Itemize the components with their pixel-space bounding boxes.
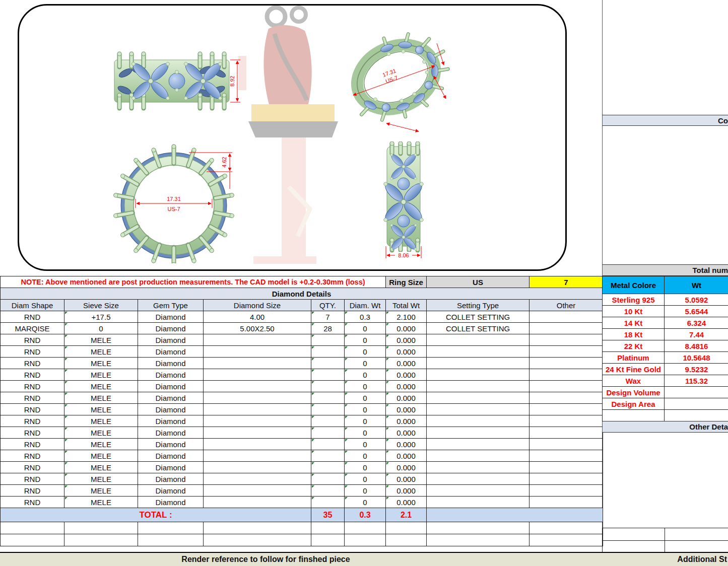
- empty-cell[interactable]: [1, 534, 64, 546]
- cell-sieve-size[interactable]: 0: [64, 323, 138, 334]
- cell-total-wt[interactable]: 0.000: [386, 381, 427, 392]
- cell-total-wt[interactable]: 0.000: [386, 473, 427, 485]
- cell-sieve-size[interactable]: MELE: [64, 415, 138, 427]
- cell-sieve-size[interactable]: MELE: [64, 358, 138, 369]
- cell-diam-wt[interactable]: 0: [345, 462, 386, 473]
- cell-sieve-size[interactable]: MELE: [64, 473, 138, 485]
- cell-other[interactable]: [530, 485, 603, 497]
- cell-qty-[interactable]: [311, 346, 345, 358]
- cell-other[interactable]: [530, 381, 603, 392]
- cell-other[interactable]: [530, 462, 603, 473]
- cell-sieve-size[interactable]: MELE: [64, 381, 138, 392]
- metal-wt-cell[interactable]: 7.44: [665, 329, 728, 340]
- cell-setting-type[interactable]: [427, 485, 530, 497]
- cell-diamond-size[interactable]: [204, 392, 311, 404]
- metal-name-cell[interactable]: Sterling 925: [603, 294, 665, 306]
- cell-qty-[interactable]: [311, 450, 345, 462]
- cell-qty-[interactable]: [311, 381, 345, 392]
- empty-cell[interactable]: [311, 534, 345, 546]
- cell-setting-type[interactable]: [427, 334, 530, 346]
- empty-cell[interactable]: [345, 534, 386, 546]
- metal-wt-cell[interactable]: 6.324: [665, 317, 728, 329]
- cell-diam-shape[interactable]: RND: [1, 392, 64, 404]
- cell-other[interactable]: [530, 323, 603, 334]
- cell-diamond-size[interactable]: [204, 485, 311, 497]
- cell-sieve-size[interactable]: MELE: [64, 497, 138, 508]
- cell-gem-type[interactable]: Diamond: [138, 381, 204, 392]
- cell-total-wt[interactable]: 0.000: [386, 427, 427, 439]
- cell-qty-[interactable]: [311, 485, 345, 497]
- metal-name-cell[interactable]: Design Area: [603, 398, 665, 410]
- metal-name-cell[interactable]: 14 Kt: [603, 317, 665, 329]
- cell-other[interactable]: [530, 334, 603, 346]
- cell-diam-shape[interactable]: RND: [1, 369, 64, 381]
- cell-diam-shape[interactable]: RND: [1, 415, 64, 427]
- cell-gem-type[interactable]: Diamond: [138, 311, 204, 323]
- metal-wt-cell[interactable]: 9.5232: [665, 364, 728, 375]
- cell-setting-type[interactable]: [427, 427, 530, 439]
- metal-name-cell[interactable]: [603, 410, 665, 421]
- metal-wt-cell[interactable]: 5.6544: [665, 306, 728, 317]
- cell-diam-shape[interactable]: RND: [1, 358, 64, 369]
- cell-diam-shape[interactable]: RND: [1, 334, 64, 346]
- empty-cell[interactable]: [386, 534, 427, 546]
- empty-cell[interactable]: [138, 534, 204, 546]
- cell-diam-wt[interactable]: 0: [345, 369, 386, 381]
- cell-setting-type[interactable]: [427, 415, 530, 427]
- cell-diamond-size[interactable]: [204, 334, 311, 346]
- empty-cell[interactable]: [311, 522, 345, 534]
- cell-other[interactable]: [530, 358, 603, 369]
- cell-diam-shape[interactable]: RND: [1, 427, 64, 439]
- cell-diamond-size[interactable]: [204, 358, 311, 369]
- metal-name-cell[interactable]: 18 Kt: [603, 329, 665, 340]
- cell-diamond-size[interactable]: [204, 450, 311, 462]
- cell-diam-shape[interactable]: RND: [1, 439, 64, 450]
- cell-qty-[interactable]: [311, 334, 345, 346]
- empty-cell[interactable]: [427, 522, 530, 534]
- cell-diamond-size[interactable]: [204, 462, 311, 473]
- metal-name-cell[interactable]: 24 Kt Fine Gold: [603, 364, 665, 375]
- metal-wt-cell[interactable]: 8.4816: [665, 340, 728, 352]
- cell-diam-wt[interactable]: 0: [345, 358, 386, 369]
- cell-sieve-size[interactable]: MELE: [64, 462, 138, 473]
- cell-total-wt[interactable]: 0.000: [386, 358, 427, 369]
- cell-qty-[interactable]: [311, 462, 345, 473]
- cell-total-wt[interactable]: 0.000: [386, 346, 427, 358]
- metal-wt-cell[interactable]: 5.0592: [665, 294, 728, 306]
- cell-qty-[interactable]: [311, 369, 345, 381]
- cell-setting-type[interactable]: [427, 450, 530, 462]
- cell-diam-shape[interactable]: RND: [1, 381, 64, 392]
- cell-sieve-size[interactable]: MELE: [64, 485, 138, 497]
- cell-diam-shape[interactable]: RND: [1, 346, 64, 358]
- metal-name-cell[interactable]: Design Volume: [603, 387, 665, 398]
- cell-qty-[interactable]: [311, 473, 345, 485]
- metal-wt-cell[interactable]: [665, 387, 728, 398]
- metal-name-cell[interactable]: 10 Kt: [603, 306, 665, 317]
- cell-diamond-size[interactable]: [204, 346, 311, 358]
- cell-setting-type[interactable]: [427, 473, 530, 485]
- cell-sieve-size[interactable]: +17.5: [64, 311, 138, 323]
- cell-other[interactable]: [530, 311, 603, 323]
- cell-setting-type[interactable]: [427, 358, 530, 369]
- cell-total-wt[interactable]: 0.000: [386, 462, 427, 473]
- metal-wt-cell[interactable]: 10.5648: [665, 352, 728, 364]
- empty-cell[interactable]: [204, 534, 311, 546]
- cell-setting-type[interactable]: [427, 392, 530, 404]
- total-diam-wt[interactable]: 0.3: [345, 508, 386, 522]
- cell-gem-type[interactable]: Diamond: [138, 450, 204, 462]
- metal-wt-cell[interactable]: [665, 410, 728, 421]
- cell-diamond-size[interactable]: [204, 497, 311, 508]
- cell-diam-shape[interactable]: RND: [1, 497, 64, 508]
- cell-setting-type[interactable]: COLLET SETTING: [427, 311, 530, 323]
- cell-other[interactable]: [530, 473, 603, 485]
- cell-sieve-size[interactable]: MELE: [64, 427, 138, 439]
- cell-other[interactable]: [530, 392, 603, 404]
- cell-setting-type[interactable]: [427, 369, 530, 381]
- cell-sieve-size[interactable]: MELE: [64, 450, 138, 462]
- cell-other[interactable]: [530, 404, 603, 415]
- cell-setting-type[interactable]: [427, 497, 530, 508]
- cell-diamond-size[interactable]: [204, 439, 311, 450]
- empty-cell[interactable]: [530, 522, 603, 534]
- cell-gem-type[interactable]: Diamond: [138, 392, 204, 404]
- cell-gem-type[interactable]: Diamond: [138, 439, 204, 450]
